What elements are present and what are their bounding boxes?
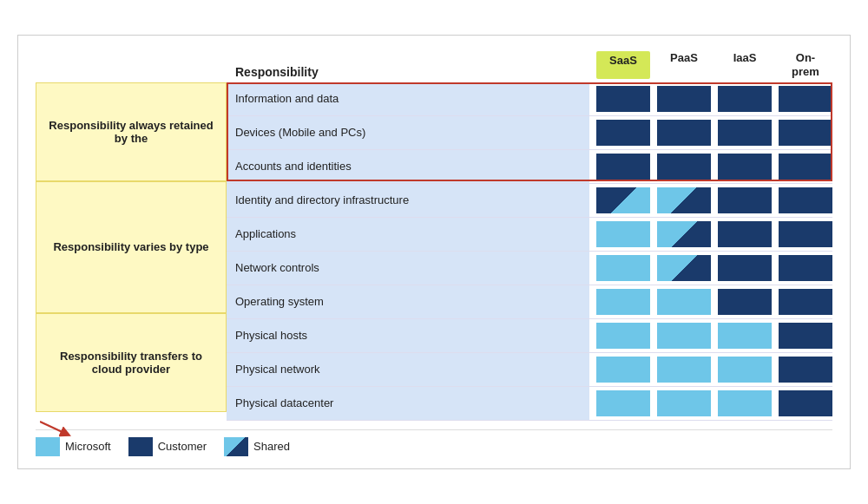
cells-physical-hosts [589, 319, 832, 352]
responsibility-header: Responsibility [227, 65, 596, 79]
cells-operating-system [589, 285, 832, 318]
cells-identity-directory [589, 184, 832, 217]
svg-line-1 [40, 422, 66, 434]
cells-network-controls [589, 252, 832, 285]
row-label-information-data: Information and data [227, 82, 589, 115]
cell-saas-devices [596, 120, 650, 146]
cell-paas-devices [657, 120, 711, 146]
cell-iaas-identity [718, 187, 772, 213]
row-label-physical-hosts: Physical hosts [227, 319, 589, 352]
column-headers: SaaS PaaS IaaS On-prem [596, 51, 832, 78]
main-content: Responsibility always retained by the Re… [36, 82, 832, 421]
left-labels: Responsibility always retained by the Re… [36, 82, 227, 421]
cell-onprem-network [779, 255, 832, 281]
cell-onprem-information-data [779, 86, 832, 112]
cell-iaas-network [718, 255, 772, 281]
legend-box-microsoft [36, 437, 60, 456]
cell-paas-physical-datacenter [657, 390, 711, 416]
cell-onprem-physical-hosts [779, 323, 832, 349]
cell-onprem-accounts [779, 154, 832, 180]
cell-iaas-os [718, 289, 772, 315]
row-identity-directory: Identity and directory infrastructure [227, 184, 832, 218]
legend-box-shared [224, 437, 248, 456]
row-label-physical-datacenter: Physical datacenter [227, 387, 589, 420]
cell-onprem-devices [779, 120, 832, 146]
cell-paas-os [657, 289, 711, 315]
highlighted-group: Information and data Devices (Mobile and… [227, 82, 832, 184]
cell-paas-information-data [657, 86, 711, 112]
row-label-devices: Devices (Mobile and PCs) [227, 116, 589, 149]
row-applications: Applications [227, 218, 832, 252]
row-label-identity-directory: Identity and directory infrastructure [227, 184, 589, 217]
group-varies-label: Responsibility varies by type [36, 181, 227, 313]
row-physical-hosts: Physical hosts [227, 319, 832, 353]
cell-saas-os [596, 289, 650, 315]
row-label-network-controls: Network controls [227, 252, 589, 285]
cell-saas-network [596, 255, 650, 281]
col-header-paas: PaaS [657, 51, 711, 78]
cell-onprem-os [779, 289, 832, 315]
row-operating-system: Operating system [227, 285, 832, 319]
legend-microsoft-box-container [36, 437, 60, 456]
cell-paas-physical-hosts [657, 323, 711, 349]
cells-devices [589, 116, 832, 149]
cells-accounts [589, 150, 832, 183]
legend: Microsoft Customer Shared [36, 429, 832, 456]
col-header-iaas: IaaS [718, 51, 772, 78]
col-header-onprem: On-prem [779, 51, 832, 78]
cells-applications [589, 218, 832, 251]
row-devices: Devices (Mobile and PCs) [227, 116, 832, 150]
row-label-operating-system: Operating system [227, 285, 589, 318]
row-label-physical-network: Physical network [227, 353, 589, 386]
legend-item-customer: Customer [128, 437, 207, 456]
red-arrow-icon [40, 418, 75, 437]
cell-paas-accounts [657, 154, 711, 180]
row-physical-network: Physical network [227, 353, 832, 387]
row-information-data: Information and data [227, 82, 832, 116]
legend-box-customer [128, 437, 153, 456]
cells-information-data [589, 82, 832, 115]
cell-onprem-physical-datacenter [779, 390, 832, 416]
cell-paas-applications [657, 221, 711, 247]
chart-container: Responsibility SaaS PaaS IaaS On-prem Re… [17, 35, 851, 468]
cell-saas-physical-network [596, 357, 650, 383]
row-label-applications: Applications [227, 218, 589, 251]
cell-paas-network [657, 255, 711, 281]
col-header-saas: SaaS [596, 51, 650, 78]
cell-saas-identity [596, 187, 650, 213]
legend-label-shared: Shared [253, 440, 290, 453]
group-always-retained-label: Responsibility always retained by the [36, 82, 227, 181]
legend-item-shared: Shared [224, 437, 290, 456]
row-accounts: Accounts and identities [227, 150, 832, 184]
cell-paas-identity [657, 187, 711, 213]
row-label-accounts: Accounts and identities [227, 150, 589, 183]
header-row: Responsibility SaaS PaaS IaaS On-prem [36, 51, 832, 78]
cell-paas-physical-network [657, 357, 711, 383]
cell-saas-physical-datacenter [596, 390, 650, 416]
cells-physical-datacenter [589, 387, 832, 420]
cell-saas-physical-hosts [596, 323, 650, 349]
cell-iaas-devices [718, 120, 772, 146]
cell-onprem-applications [779, 221, 832, 247]
row-physical-datacenter: Physical datacenter [227, 387, 832, 421]
cell-iaas-accounts [718, 154, 772, 180]
cell-saas-applications [596, 221, 650, 247]
group-transfers-label: Responsibility transfers to cloud provid… [36, 313, 227, 412]
cell-iaas-physical-network [718, 357, 772, 383]
legend-label-customer: Customer [158, 440, 207, 453]
cell-iaas-physical-hosts [718, 323, 772, 349]
cell-iaas-physical-datacenter [718, 390, 772, 416]
cell-onprem-physical-network [779, 357, 832, 383]
center-section: Information and data Devices (Mobile and… [227, 82, 832, 421]
legend-label-microsoft: Microsoft [65, 440, 111, 453]
cell-saas-information-data [596, 86, 650, 112]
cell-iaas-applications [718, 221, 772, 247]
legend-item-microsoft: Microsoft [36, 437, 111, 456]
row-network-controls: Network controls [227, 252, 832, 285]
cells-physical-network [589, 353, 832, 386]
cell-iaas-information-data [718, 86, 772, 112]
cell-onprem-identity [779, 187, 832, 213]
cell-saas-accounts [596, 154, 650, 180]
